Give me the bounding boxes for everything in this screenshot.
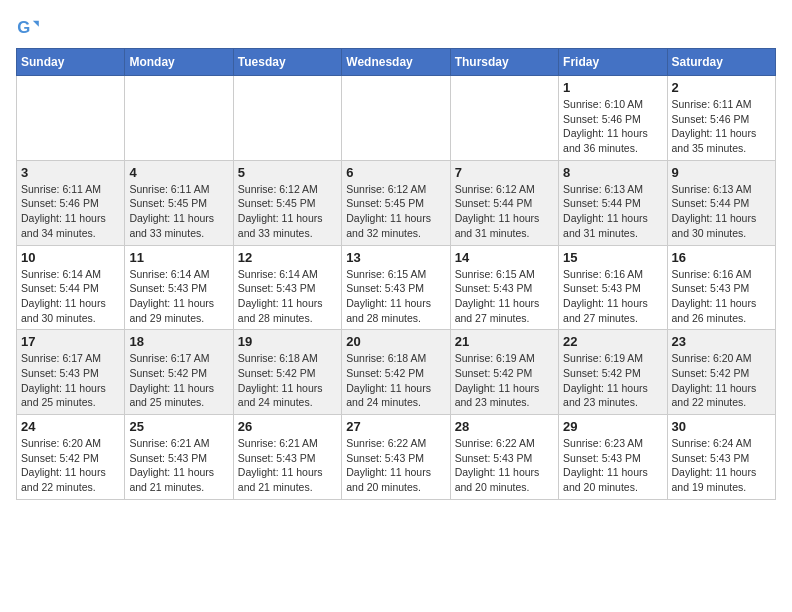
day-number: 4 [129, 165, 228, 180]
day-info: Sunrise: 6:17 AM Sunset: 5:42 PM Dayligh… [129, 351, 228, 410]
day-info: Sunrise: 6:12 AM Sunset: 5:45 PM Dayligh… [238, 182, 337, 241]
day-number: 9 [672, 165, 771, 180]
calendar-cell: 2Sunrise: 6:11 AM Sunset: 5:46 PM Daylig… [667, 76, 775, 161]
calendar-cell: 30Sunrise: 6:24 AM Sunset: 5:43 PM Dayli… [667, 415, 775, 500]
day-info: Sunrise: 6:20 AM Sunset: 5:42 PM Dayligh… [21, 436, 120, 495]
day-info: Sunrise: 6:18 AM Sunset: 5:42 PM Dayligh… [238, 351, 337, 410]
day-number: 22 [563, 334, 662, 349]
calendar-cell: 18Sunrise: 6:17 AM Sunset: 5:42 PM Dayli… [125, 330, 233, 415]
day-number: 28 [455, 419, 554, 434]
weekday-header-friday: Friday [559, 49, 667, 76]
day-number: 19 [238, 334, 337, 349]
calendar-cell [17, 76, 125, 161]
calendar-cell [342, 76, 450, 161]
calendar-cell: 11Sunrise: 6:14 AM Sunset: 5:43 PM Dayli… [125, 245, 233, 330]
day-number: 14 [455, 250, 554, 265]
calendar-cell: 3Sunrise: 6:11 AM Sunset: 5:46 PM Daylig… [17, 160, 125, 245]
day-info: Sunrise: 6:15 AM Sunset: 5:43 PM Dayligh… [455, 267, 554, 326]
day-number: 11 [129, 250, 228, 265]
weekday-header-sunday: Sunday [17, 49, 125, 76]
day-number: 29 [563, 419, 662, 434]
day-number: 30 [672, 419, 771, 434]
calendar-cell: 20Sunrise: 6:18 AM Sunset: 5:42 PM Dayli… [342, 330, 450, 415]
day-number: 24 [21, 419, 120, 434]
day-info: Sunrise: 6:11 AM Sunset: 5:46 PM Dayligh… [672, 97, 771, 156]
calendar-cell: 17Sunrise: 6:17 AM Sunset: 5:43 PM Dayli… [17, 330, 125, 415]
day-info: Sunrise: 6:15 AM Sunset: 5:43 PM Dayligh… [346, 267, 445, 326]
day-info: Sunrise: 6:24 AM Sunset: 5:43 PM Dayligh… [672, 436, 771, 495]
week-row-3: 10Sunrise: 6:14 AM Sunset: 5:44 PM Dayli… [17, 245, 776, 330]
calendar-cell: 22Sunrise: 6:19 AM Sunset: 5:42 PM Dayli… [559, 330, 667, 415]
weekday-header-monday: Monday [125, 49, 233, 76]
day-number: 15 [563, 250, 662, 265]
calendar-cell: 15Sunrise: 6:16 AM Sunset: 5:43 PM Dayli… [559, 245, 667, 330]
svg-marker-1 [33, 21, 39, 27]
logo: G [16, 16, 44, 40]
day-number: 13 [346, 250, 445, 265]
day-info: Sunrise: 6:11 AM Sunset: 5:46 PM Dayligh… [21, 182, 120, 241]
calendar-cell: 5Sunrise: 6:12 AM Sunset: 5:45 PM Daylig… [233, 160, 341, 245]
day-number: 5 [238, 165, 337, 180]
calendar-cell: 9Sunrise: 6:13 AM Sunset: 5:44 PM Daylig… [667, 160, 775, 245]
day-info: Sunrise: 6:12 AM Sunset: 5:45 PM Dayligh… [346, 182, 445, 241]
day-info: Sunrise: 6:18 AM Sunset: 5:42 PM Dayligh… [346, 351, 445, 410]
calendar-cell: 29Sunrise: 6:23 AM Sunset: 5:43 PM Dayli… [559, 415, 667, 500]
day-info: Sunrise: 6:13 AM Sunset: 5:44 PM Dayligh… [672, 182, 771, 241]
calendar-cell: 23Sunrise: 6:20 AM Sunset: 5:42 PM Dayli… [667, 330, 775, 415]
header: G [16, 16, 776, 40]
weekday-header-wednesday: Wednesday [342, 49, 450, 76]
day-number: 1 [563, 80, 662, 95]
week-row-2: 3Sunrise: 6:11 AM Sunset: 5:46 PM Daylig… [17, 160, 776, 245]
calendar-cell [125, 76, 233, 161]
day-info: Sunrise: 6:16 AM Sunset: 5:43 PM Dayligh… [672, 267, 771, 326]
calendar-cell: 26Sunrise: 6:21 AM Sunset: 5:43 PM Dayli… [233, 415, 341, 500]
day-info: Sunrise: 6:21 AM Sunset: 5:43 PM Dayligh… [238, 436, 337, 495]
weekday-header-tuesday: Tuesday [233, 49, 341, 76]
calendar-cell: 14Sunrise: 6:15 AM Sunset: 5:43 PM Dayli… [450, 245, 558, 330]
calendar-cell: 6Sunrise: 6:12 AM Sunset: 5:45 PM Daylig… [342, 160, 450, 245]
day-info: Sunrise: 6:14 AM Sunset: 5:44 PM Dayligh… [21, 267, 120, 326]
day-number: 23 [672, 334, 771, 349]
week-row-4: 17Sunrise: 6:17 AM Sunset: 5:43 PM Dayli… [17, 330, 776, 415]
day-info: Sunrise: 6:19 AM Sunset: 5:42 PM Dayligh… [455, 351, 554, 410]
day-info: Sunrise: 6:23 AM Sunset: 5:43 PM Dayligh… [563, 436, 662, 495]
calendar-cell: 19Sunrise: 6:18 AM Sunset: 5:42 PM Dayli… [233, 330, 341, 415]
calendar-cell [233, 76, 341, 161]
calendar-cell: 4Sunrise: 6:11 AM Sunset: 5:45 PM Daylig… [125, 160, 233, 245]
day-info: Sunrise: 6:19 AM Sunset: 5:42 PM Dayligh… [563, 351, 662, 410]
day-info: Sunrise: 6:16 AM Sunset: 5:43 PM Dayligh… [563, 267, 662, 326]
day-info: Sunrise: 6:22 AM Sunset: 5:43 PM Dayligh… [455, 436, 554, 495]
day-info: Sunrise: 6:17 AM Sunset: 5:43 PM Dayligh… [21, 351, 120, 410]
day-info: Sunrise: 6:11 AM Sunset: 5:45 PM Dayligh… [129, 182, 228, 241]
day-info: Sunrise: 6:20 AM Sunset: 5:42 PM Dayligh… [672, 351, 771, 410]
week-row-5: 24Sunrise: 6:20 AM Sunset: 5:42 PM Dayli… [17, 415, 776, 500]
calendar-table: SundayMondayTuesdayWednesdayThursdayFrid… [16, 48, 776, 500]
logo-icon: G [16, 16, 40, 40]
calendar-cell: 10Sunrise: 6:14 AM Sunset: 5:44 PM Dayli… [17, 245, 125, 330]
calendar-cell: 1Sunrise: 6:10 AM Sunset: 5:46 PM Daylig… [559, 76, 667, 161]
day-number: 7 [455, 165, 554, 180]
day-info: Sunrise: 6:21 AM Sunset: 5:43 PM Dayligh… [129, 436, 228, 495]
calendar-cell [450, 76, 558, 161]
day-number: 20 [346, 334, 445, 349]
day-number: 17 [21, 334, 120, 349]
calendar-cell: 21Sunrise: 6:19 AM Sunset: 5:42 PM Dayli… [450, 330, 558, 415]
day-number: 16 [672, 250, 771, 265]
day-info: Sunrise: 6:22 AM Sunset: 5:43 PM Dayligh… [346, 436, 445, 495]
day-number: 27 [346, 419, 445, 434]
day-number: 3 [21, 165, 120, 180]
day-info: Sunrise: 6:14 AM Sunset: 5:43 PM Dayligh… [129, 267, 228, 326]
weekday-header-thursday: Thursday [450, 49, 558, 76]
day-info: Sunrise: 6:10 AM Sunset: 5:46 PM Dayligh… [563, 97, 662, 156]
weekday-header-row: SundayMondayTuesdayWednesdayThursdayFrid… [17, 49, 776, 76]
day-info: Sunrise: 6:14 AM Sunset: 5:43 PM Dayligh… [238, 267, 337, 326]
day-number: 8 [563, 165, 662, 180]
calendar-cell: 24Sunrise: 6:20 AM Sunset: 5:42 PM Dayli… [17, 415, 125, 500]
day-number: 6 [346, 165, 445, 180]
week-row-1: 1Sunrise: 6:10 AM Sunset: 5:46 PM Daylig… [17, 76, 776, 161]
day-info: Sunrise: 6:12 AM Sunset: 5:44 PM Dayligh… [455, 182, 554, 241]
day-info: Sunrise: 6:13 AM Sunset: 5:44 PM Dayligh… [563, 182, 662, 241]
day-number: 26 [238, 419, 337, 434]
day-number: 2 [672, 80, 771, 95]
calendar-cell: 25Sunrise: 6:21 AM Sunset: 5:43 PM Dayli… [125, 415, 233, 500]
